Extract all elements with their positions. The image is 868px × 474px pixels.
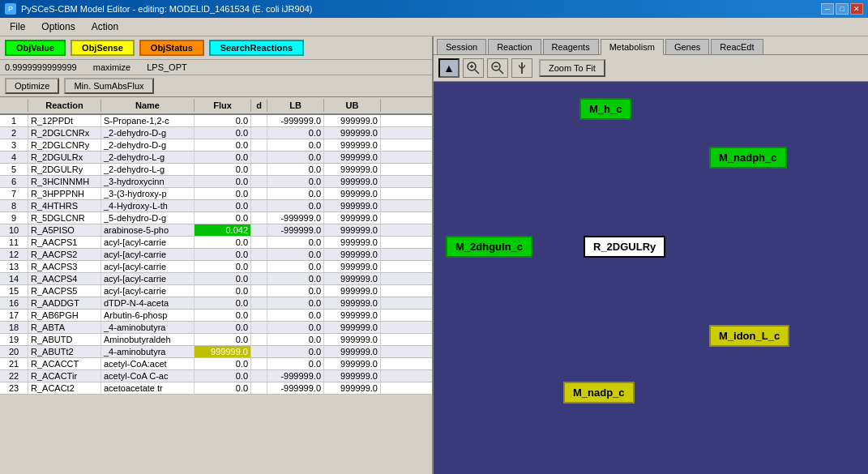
cell-lb: -999999.0: [267, 212, 324, 224]
info-row: 0.9999999999999 maximize LPS_OPT: [0, 60, 432, 75]
cell-flux: 0.042: [195, 224, 251, 236]
cell-reaction: R_AACPS3: [28, 261, 101, 272]
cell-num: 19: [0, 334, 28, 345]
cell-ub: 999999.0: [324, 370, 381, 382]
cell-num: 7: [0, 188, 28, 199]
close-button[interactable]: ✕: [850, 3, 863, 15]
cell-d: [251, 370, 267, 382]
table-row[interactable]: 13 R_AACPS3 acyl-[acyl-carrie 0.0 0.0 99…: [0, 261, 432, 273]
col-d: d: [251, 99, 267, 112]
obj-sense-display: maximize: [93, 62, 130, 72]
tab-session[interactable]: Session: [437, 39, 486, 54]
cell-num: 8: [0, 200, 28, 211]
table-row[interactable]: 22 R_ACACTir acetyl-CoA C-ac 0.0 -999999…: [0, 370, 432, 382]
cell-flux: 0.0: [195, 297, 251, 309]
searchreactions-button[interactable]: SearchReactions: [209, 40, 304, 56]
tab-genes[interactable]: Genes: [665, 39, 709, 54]
cell-reaction: R_AACPS1: [28, 237, 101, 248]
cell-flux: 0.0: [195, 382, 251, 394]
cell-flux: 0.0: [195, 115, 251, 126]
menu-file[interactable]: File: [3, 19, 32, 34]
table-row[interactable]: 21 R_ACACCT acetyl-CoA:acet 0.0 0.0 9999…: [0, 358, 432, 370]
cell-num: 3: [0, 139, 28, 151]
cell-name: _2-dehydro-L-g: [101, 164, 195, 175]
zoom-fit-button[interactable]: Zoom To Fit: [539, 59, 605, 77]
minsum-button[interactable]: Min. SumAbsFlux: [64, 78, 153, 94]
table-row[interactable]: 10 R_A5PISO arabinose-5-pho 0.042 -99999…: [0, 224, 432, 237]
table-row[interactable]: 6 R_3HCINNMH _3-hydroxycinn 0.0 0.0 9999…: [0, 176, 432, 188]
col-name: Name: [101, 99, 195, 112]
cell-name: _3-(3-hydroxy-p: [101, 188, 195, 199]
tab-reagents[interactable]: Reagents: [543, 39, 599, 54]
table-row[interactable]: 9 R_5DGLCNR _5-dehydro-D-g 0.0 -999999.0…: [0, 212, 432, 224]
zoom-out-tool[interactable]: [487, 58, 508, 78]
cell-name: acyl-[acyl-carrie: [101, 261, 195, 272]
table-row[interactable]: 5 R_2DGULRy _2-dehydro-L-g 0.0 0.0 99999…: [0, 164, 432, 176]
table-row[interactable]: 20 R_ABUTt2 _4-aminobutyra 999999.0 0.0 …: [0, 346, 432, 358]
cell-reaction: R_ABTA: [28, 322, 101, 333]
cell-flux: 0.0: [195, 237, 251, 248]
table-header: Reaction Name Flux d LB UB: [0, 97, 432, 115]
cell-ub: 999999.0: [324, 285, 381, 297]
cell-name: _2-dehydro-D-g: [101, 127, 195, 139]
optimize-button[interactable]: Optimize: [5, 78, 59, 94]
cell-d: [251, 127, 267, 139]
node-m_idon_l_c[interactable]: M_idon_L_c: [709, 325, 789, 347]
pointer-tool[interactable]: ▲: [438, 58, 460, 78]
objsense-button[interactable]: ObjSense: [71, 40, 135, 56]
cell-num: 15: [0, 285, 28, 297]
tab-reacedt[interactable]: ReacEdt: [711, 39, 763, 54]
node-m_2dhguln_c[interactable]: M_2dhguln_c: [446, 236, 532, 258]
cell-flux: 0.0: [195, 249, 251, 260]
col-reaction: Reaction: [28, 99, 101, 112]
cell-num: 13: [0, 261, 28, 272]
node-m_nadp_c[interactable]: M_nadp_c: [563, 382, 635, 404]
cell-reaction: R_3HCINNMH: [28, 176, 101, 187]
cell-d: [251, 249, 267, 260]
pan-tool[interactable]: [511, 58, 532, 78]
objstatus-button[interactable]: ObjStatus: [139, 40, 204, 56]
zoom-in-tool[interactable]: [463, 58, 484, 78]
table-row[interactable]: 14 R_AACPS4 acyl-[acyl-carrie 0.0 0.0 99…: [0, 273, 432, 285]
table-row[interactable]: 19 R_ABUTD Aminobutyraldeh 0.0 0.0 99999…: [0, 334, 432, 346]
objvalue-button[interactable]: ObjValue: [5, 40, 66, 56]
cell-num: 22: [0, 370, 28, 382]
cell-num: 20: [0, 346, 28, 357]
minimize-button[interactable]: ─: [821, 3, 834, 15]
cell-lb: 0.0: [267, 237, 324, 248]
tab-reaction[interactable]: Reaction: [488, 39, 541, 54]
table-row[interactable]: 15 R_AACPS5 acyl-[acyl-carrie 0.0 0.0 99…: [0, 285, 432, 297]
cell-num: 18: [0, 322, 28, 333]
table-row[interactable]: 18 R_ABTA _4-aminobutyra 0.0 0.0 999999.…: [0, 322, 432, 334]
cell-reaction: R_ABUTD: [28, 334, 101, 345]
node-m_nadph_c[interactable]: M_nadph_c: [709, 147, 787, 169]
table-row[interactable]: 4 R_2DGULRx _2-dehydro-L-g 0.0 0.0 99999…: [0, 152, 432, 164]
cell-name: Aminobutyraldeh: [101, 334, 195, 345]
table-row[interactable]: 2 R_2DGLCNRx _2-dehydro-D-g 0.0 0.0 9999…: [0, 127, 432, 139]
cell-name: acyl-[acyl-carrie: [101, 237, 195, 248]
table-row[interactable]: 23 R_ACACt2 acetoacetate tr 0.0 -999999.…: [0, 382, 432, 395]
node-m_h_c[interactable]: M_h_c: [579, 98, 631, 120]
table-row[interactable]: 11 R_AACPS1 acyl-[acyl-carrie 0.0 0.0 99…: [0, 237, 432, 249]
maximize-button[interactable]: □: [836, 3, 849, 15]
table-row[interactable]: 8 R_4HTHRS _4-Hydroxy-L-th 0.0 0.0 99999…: [0, 200, 432, 212]
cell-ub: 999999.0: [324, 310, 381, 321]
menu-options[interactable]: Options: [35, 19, 81, 34]
menu-action[interactable]: Action: [85, 19, 125, 34]
col-flux: Flux: [195, 99, 251, 112]
table-row[interactable]: 1 R_12PPDt S-Propane-1,2-c 0.0 -999999.0…: [0, 115, 432, 127]
tab-metabolism[interactable]: Metabolism: [601, 39, 664, 55]
table-body: 1 R_12PPDt S-Propane-1,2-c 0.0 -999999.0…: [0, 115, 432, 474]
table-row[interactable]: 12 R_AACPS2 acyl-[acyl-carrie 0.0 0.0 99…: [0, 249, 432, 261]
table-row[interactable]: 17 R_AB6PGH Arbutin-6-phosp 0.0 0.0 9999…: [0, 310, 432, 322]
table-row[interactable]: 16 R_AADDGT dTDP-N-4-aceta 0.0 0.0 99999…: [0, 297, 432, 310]
cell-d: [251, 273, 267, 284]
cell-flux: 0.0: [195, 200, 251, 211]
table-row[interactable]: 7 R_3HPPPNH _3-(3-hydroxy-p 0.0 0.0 9999…: [0, 188, 432, 200]
node-r_2dgulry[interactable]: R_2DGULRy: [584, 236, 665, 258]
cell-name: _5-dehydro-D-g: [101, 212, 195, 224]
cell-ub: 999999.0: [324, 237, 381, 248]
cell-ub: 999999.0: [324, 188, 381, 199]
cell-lb: 0.0: [267, 322, 324, 333]
table-row[interactable]: 3 R_2DGLCNRy _2-dehydro-D-g 0.0 0.0 9999…: [0, 139, 432, 152]
